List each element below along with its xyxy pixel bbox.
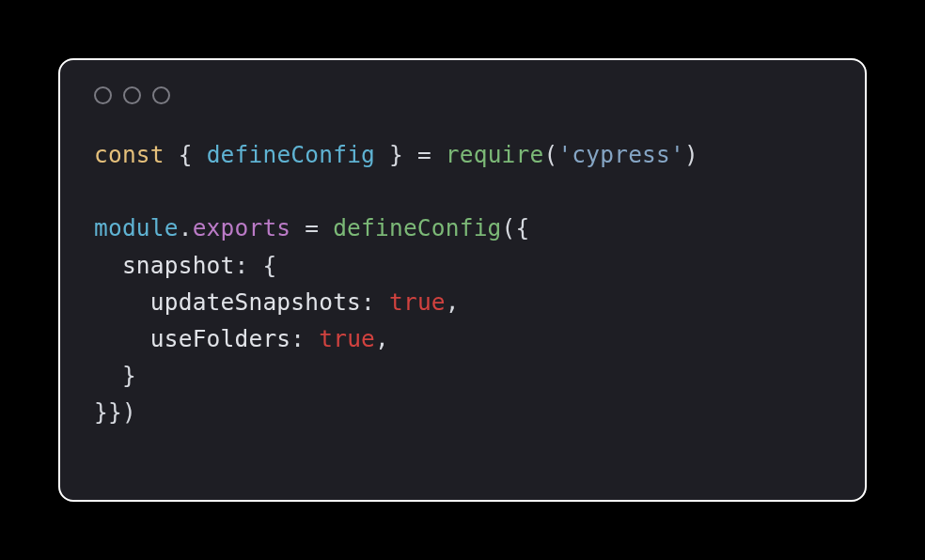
- identifier-defineconfig: defineConfig: [207, 141, 375, 168]
- code-line: }}): [94, 398, 136, 426]
- maximize-icon[interactable]: [152, 86, 170, 104]
- brace-close: }: [122, 362, 136, 389]
- comma: ,: [446, 288, 460, 316]
- key-snapshot: snapshot: [122, 252, 235, 279]
- window-controls: [94, 86, 831, 104]
- equals: =: [417, 141, 431, 168]
- colon: :: [290, 325, 305, 352]
- paren-close: ): [684, 141, 698, 168]
- paren-open: (: [543, 141, 557, 168]
- identifier-exports: exports: [193, 214, 291, 241]
- brace-open: {: [516, 214, 530, 241]
- key-updatesnapshots: updateSnapshots: [150, 288, 361, 316]
- code-block: const { defineConfig } = require('cypres…: [94, 136, 831, 431]
- dot: .: [179, 214, 193, 241]
- colon: :: [361, 288, 375, 316]
- code-line: }: [94, 362, 136, 389]
- code-line: snapshot: {: [94, 252, 276, 279]
- equals: =: [305, 214, 319, 241]
- code-line: updateSnapshots: true,: [94, 288, 460, 316]
- paren-close: ): [122, 398, 136, 426]
- close-icon[interactable]: [94, 86, 112, 104]
- brace-close: }: [389, 141, 403, 168]
- comma: ,: [375, 325, 389, 352]
- paren-open: (: [502, 214, 516, 241]
- call-defineconfig: defineConfig: [333, 214, 501, 241]
- string-cypress: cypress: [572, 141, 670, 168]
- brace-close: }: [94, 398, 108, 426]
- brace-open: {: [179, 141, 193, 168]
- bool-true: true: [319, 325, 375, 352]
- identifier-module: module: [94, 214, 179, 241]
- brace-close: }: [108, 398, 122, 426]
- string-quote: ': [670, 141, 684, 168]
- string-quote: ': [557, 141, 572, 168]
- colon: :: [235, 252, 249, 279]
- key-usefolders: useFolders: [150, 325, 291, 352]
- code-line: module.exports = defineConfig({: [94, 214, 529, 241]
- keyword-const: const: [94, 141, 165, 168]
- code-line: const { defineConfig } = require('cypres…: [94, 141, 698, 168]
- code-window: const { defineConfig } = require('cypres…: [58, 58, 867, 502]
- brace-open: {: [262, 252, 276, 279]
- minimize-icon[interactable]: [123, 86, 141, 104]
- bool-true: true: [389, 288, 446, 316]
- call-require: require: [446, 141, 544, 168]
- code-line: useFolders: true,: [94, 325, 389, 352]
